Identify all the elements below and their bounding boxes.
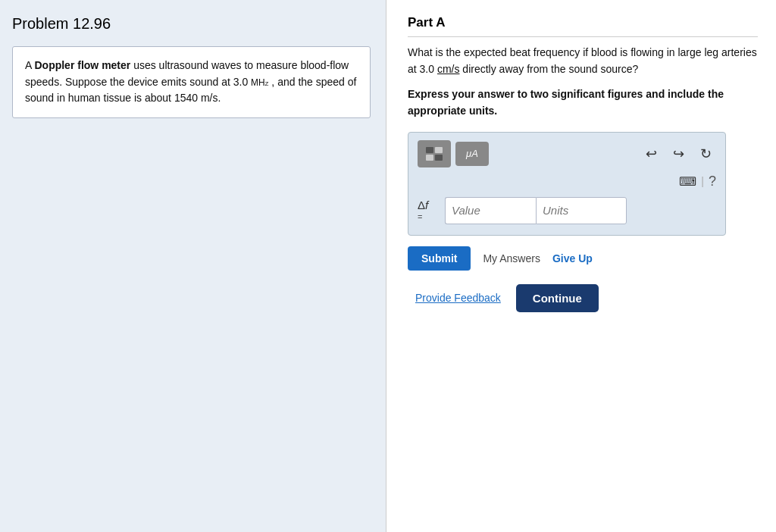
answer-container: μA ↩ ↪ ↻ ⌨ | ? Δf = xyxy=(408,132,726,236)
keyboard-icon: ⌨ xyxy=(679,174,696,189)
input-row: Δf = xyxy=(418,197,716,224)
submit-button[interactable]: Submit xyxy=(408,246,471,271)
right-panel: Part A What is the expected beat frequen… xyxy=(386,0,776,532)
provide-feedback-link[interactable]: Provide Feedback xyxy=(415,292,501,304)
problem-intro: A xyxy=(25,59,34,71)
continue-button[interactable]: Continue xyxy=(516,284,599,312)
unit-cms: cm/s xyxy=(437,63,460,75)
redo-button[interactable]: ↪ xyxy=(668,143,689,164)
action-row: Submit My Answers Give Up xyxy=(408,246,758,271)
grid-cell-2 xyxy=(435,147,443,153)
mu-a-button[interactable]: μA xyxy=(455,142,489,166)
keyboard-button[interactable]: ⌨ xyxy=(679,174,696,189)
problem-text: A Doppler flow meter uses ultrasound wav… xyxy=(25,58,358,107)
toolbar-right: ↩ ↪ ↻ xyxy=(640,143,716,164)
give-up-link[interactable]: Give Up xyxy=(552,252,593,264)
question-text: What is the expected beat frequency if b… xyxy=(408,45,758,77)
grid-cell-4 xyxy=(435,155,443,161)
equals-symbol: = xyxy=(418,212,440,221)
grid-cell-1 xyxy=(426,147,433,153)
problem-bold-term: Doppler flow meter xyxy=(34,59,130,71)
delta-f-label: Δf = xyxy=(418,199,440,221)
undo-button[interactable]: ↩ xyxy=(640,143,662,164)
matrix-icon-button[interactable] xyxy=(418,140,451,167)
grid-cell-3 xyxy=(426,155,433,161)
bottom-row: Provide Feedback Continue xyxy=(415,284,758,312)
secondary-toolbar: ⌨ | ? xyxy=(418,174,716,189)
units-input[interactable] xyxy=(536,197,627,224)
left-panel: Problem 12.96 A Doppler flow meter uses … xyxy=(0,0,386,532)
my-answers-label: My Answers xyxy=(483,252,540,264)
value-input[interactable] xyxy=(445,197,536,224)
part-title: Part A xyxy=(408,15,758,37)
matrix-grid-icon xyxy=(426,147,443,161)
delta-symbol: Δf xyxy=(418,199,428,211)
refresh-button[interactable]: ↻ xyxy=(695,143,716,164)
mu-a-label: μA xyxy=(466,148,478,159)
problem-title: Problem 12.96 xyxy=(12,15,371,33)
problem-box: A Doppler flow meter uses ultrasound wav… xyxy=(12,46,371,118)
pipe-divider: | xyxy=(701,175,704,187)
unit-mhz: MHz xyxy=(251,77,268,88)
help-button[interactable]: ? xyxy=(709,174,716,189)
instruction-text: Express your answer to two significant f… xyxy=(408,86,758,119)
toolbar-left: μA xyxy=(418,140,489,167)
toolbar-row: μA ↩ ↪ ↻ xyxy=(418,140,716,167)
